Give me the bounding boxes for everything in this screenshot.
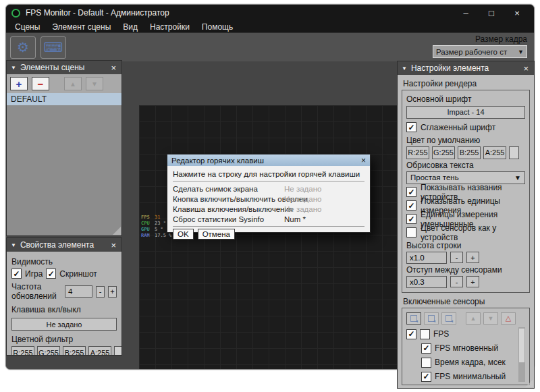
hotkeys-tool-button[interactable]: ⌨ (40, 36, 66, 59)
visibility-row: Игра Скриншот (11, 269, 117, 279)
fps-group-sub-checkbox[interactable] (420, 329, 430, 339)
sensor-device-color-checkbox[interactable] (406, 227, 416, 237)
main-font-button[interactable]: Impact - 14 (406, 106, 525, 119)
sensor-checkbox[interactable] (421, 343, 431, 354)
element-properties-panel-title: Свойства элемента (20, 240, 109, 250)
update-rate-decrease-button[interactable]: - (96, 286, 105, 298)
arrow-up-icon: ▲ (470, 315, 477, 322)
default-alpha-button[interactable]: A:255 (483, 146, 506, 159)
scrollbar-thumb[interactable] (519, 329, 524, 363)
remove-scene-button[interactable]: − (32, 77, 49, 90)
game-label: Игра (25, 269, 43, 279)
collapse-icon[interactable]: ▼ (11, 242, 16, 248)
scene-elements-panel-title: Элементы сцены (20, 63, 109, 72)
sensor-row-fps-instant[interactable]: FPS мгновенный (406, 341, 517, 356)
menu-item-settings[interactable]: Настройки (144, 22, 196, 32)
scene-list-item-default[interactable]: DEFAULT (7, 93, 122, 105)
resize-grip[interactable] (525, 379, 533, 387)
sensor-gap-increase-button[interactable]: + (466, 276, 479, 287)
filter-blue-button[interactable]: B:255 (63, 346, 86, 356)
sensor-reset-button[interactable]: △ (501, 312, 516, 325)
settings-tool-button[interactable]: ⚙ (10, 36, 36, 59)
hotkey-row-enable-disable[interactable]: Клавиша включения/выключения Не задано (173, 204, 364, 214)
filter-green-button[interactable]: G:255 (37, 346, 60, 356)
sensor-checkbox[interactable] (421, 372, 431, 382)
sensor-gap-decrease-button[interactable]: - (450, 276, 463, 287)
element-settings-panel-title: Настройки элемента (411, 63, 522, 73)
scene-elements-panel-header[interactable]: ▼ Элементы сцены × (7, 61, 122, 74)
move-up-button[interactable]: ▲ (64, 77, 82, 90)
menu-item-view[interactable]: Вид (117, 22, 144, 32)
sensor-row-fps-group[interactable]: FPS (406, 327, 517, 341)
close-button[interactable]: × (506, 6, 529, 20)
screenshot-checkbox[interactable] (46, 269, 56, 279)
hotkey-row-label: Клавиша включения/выключения (173, 205, 284, 213)
element-properties-panel-header[interactable]: ▼ Свойства элемента × (7, 238, 122, 252)
line-height-input[interactable]: x1.0 (406, 252, 447, 264)
close-icon[interactable]: × (109, 63, 117, 73)
update-rate-increase-button[interactable]: + (108, 286, 117, 298)
line-height-label: Высота строки (406, 241, 525, 250)
invert-selection-icon (446, 315, 452, 322)
collapse-icon[interactable]: ▼ (11, 65, 16, 71)
deselect-all-sensors-button[interactable] (424, 312, 439, 325)
smooth-font-checkbox[interactable] (406, 122, 416, 132)
menu-item-scenes[interactable]: Сцены (9, 22, 46, 32)
maximize-button[interactable]: □ (480, 6, 503, 20)
close-icon[interactable]: × (361, 156, 366, 165)
frame-size-dropdown[interactable]: Размер рабочего ст ▼ (433, 45, 527, 58)
select-all-sensors-button[interactable] (406, 312, 421, 325)
sensor-row-fps-min[interactable]: FPS минимальный (406, 370, 517, 383)
default-green-button[interactable]: G:255 (432, 146, 455, 159)
menu-item-scene-element[interactable]: Элемент сцены (46, 22, 117, 32)
invert-selection-button[interactable] (441, 312, 456, 325)
sensor-row-frame-time[interactable]: Время кадра, мсек (406, 356, 517, 370)
show-units-checkbox[interactable] (406, 200, 416, 211)
hotkey-dialog-titlebar[interactable]: Редактор горячих клавиш × (167, 155, 370, 166)
game-checkbox[interactable] (11, 269, 22, 279)
filter-red-button[interactable]: R:255 (11, 346, 34, 356)
move-down-button[interactable]: ▼ (86, 77, 103, 90)
collapse-icon[interactable]: ▼ (402, 65, 407, 72)
sensor-move-down-button[interactable]: ▼ (483, 312, 498, 325)
toggle-hotkey-button[interactable]: Не задано (11, 318, 117, 331)
show-device-names-checkbox[interactable] (406, 187, 416, 197)
cancel-button[interactable]: Отмена (198, 229, 235, 240)
ok-button[interactable]: OK (173, 229, 194, 240)
element-settings-panel-header[interactable]: ▼ Настройки элемента × (398, 61, 534, 75)
line-height-increase-button[interactable]: + (466, 252, 479, 263)
small-units-checkbox[interactable] (406, 214, 416, 224)
default-blue-button[interactable]: B:255 (458, 146, 481, 159)
minimize-button[interactable]: – (454, 6, 477, 20)
enabled-sensors-group: ▲ ▼ △ FPS FPS мгновенный (402, 308, 530, 386)
sensor-gap-input[interactable]: x0.3 (406, 276, 447, 288)
hotkey-dialog-body: Нажмите на строку для настройки горячей … (167, 166, 370, 242)
hotkey-row-label: Сделать снимок экрана (173, 185, 284, 193)
screenshot-label: Скриншот (59, 269, 97, 279)
filter-alpha-button[interactable]: A:255 (88, 346, 111, 356)
hotkey-row-toggle-overlays[interactable]: Кнопка включить/выключить оверлеи Не зад… (173, 194, 364, 204)
fps-group-checkbox[interactable] (406, 329, 416, 339)
text-outline-value: Простая тень (410, 173, 514, 181)
chevron-down-icon: ▼ (514, 174, 521, 181)
hotkey-row-screenshot[interactable]: Сделать снимок экрана Не задано (173, 184, 364, 194)
sensor-move-up-button[interactable]: ▲ (466, 312, 481, 325)
line-height-decrease-button[interactable]: - (450, 252, 463, 263)
scene-elements-toolbar: + − ▲ ▼ (7, 74, 122, 93)
filter-color-swatch[interactable] (114, 346, 122, 356)
resize-grip[interactable] (113, 227, 121, 235)
hotkey-row-sysinfo-reset[interactable]: Сброс статистики Sysinfo Num * (173, 214, 364, 224)
default-red-button[interactable]: R:255 (406, 146, 429, 159)
sensor-checkbox[interactable] (421, 358, 431, 368)
add-scene-button[interactable]: + (10, 77, 28, 90)
close-icon[interactable]: × (522, 63, 530, 74)
main-font-label: Основной шрифт (406, 94, 525, 104)
sensors-scrollbar[interactable] (518, 327, 525, 383)
main-toolbar: ⚙ ⌨ Размер кадра Размер рабочего ст ▼ (6, 32, 534, 61)
sensor-label: FPS мгновенный (435, 343, 498, 353)
default-color-swatch[interactable] (509, 146, 519, 159)
menu-item-help[interactable]: Помощь (196, 22, 239, 32)
update-rate-input[interactable]: 4 (65, 285, 92, 298)
render-settings-group-label: Настройки рендера (403, 79, 530, 88)
close-icon[interactable]: × (109, 240, 117, 250)
